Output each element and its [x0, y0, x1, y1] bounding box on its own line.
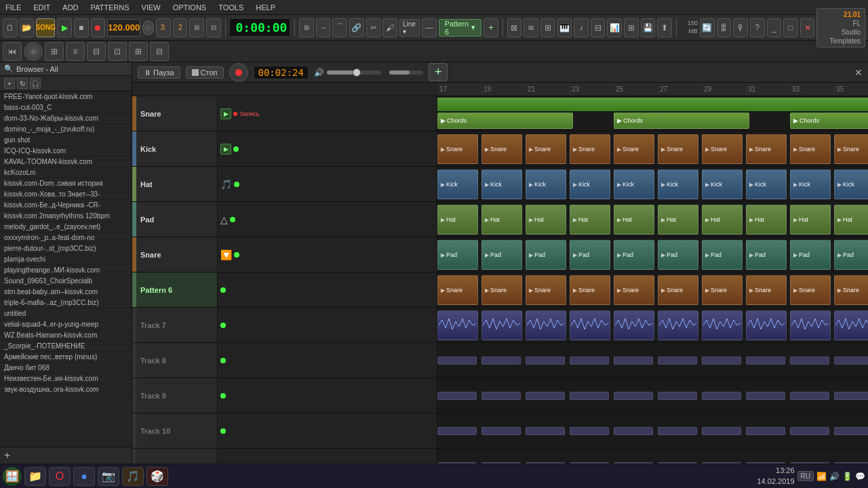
track8-clip-6[interactable] [702, 357, 741, 365]
track9-clip-9[interactable] [834, 392, 868, 400]
record-button[interactable]: ⏺ [91, 18, 106, 37]
track10-clip-1[interactable] [481, 427, 521, 435]
track9-clip-2[interactable] [526, 392, 565, 400]
stop-button[interactable]: ■ [74, 18, 89, 37]
tb2-btn5[interactable]: ⊞ [129, 42, 148, 61]
tb2-btn4[interactable]: ⊡ [108, 42, 127, 61]
snare-clip-7[interactable]: ▶Snare [746, 134, 787, 164]
kick-play-btn[interactable]: ▶ [220, 144, 231, 155]
pad-clip-0[interactable]: ▶Pad [437, 240, 478, 270]
taskbar-opera[interactable]: O [49, 467, 71, 486]
paint-btn[interactable]: 🖌 [382, 18, 397, 37]
sidebar-item-1[interactable]: bass-cut-003_C [0, 102, 132, 113]
track8-clip-8[interactable] [790, 357, 829, 365]
pad-clip-7[interactable]: ▶Pad [746, 240, 787, 270]
sidebar-item-17[interactable]: Sound_09663_ChoirSpecialb [0, 276, 132, 287]
track7-clip-2[interactable] [526, 310, 566, 340]
scissors-btn[interactable]: ✂ [366, 18, 381, 37]
volume-slider[interactable] [327, 70, 381, 75]
mic-btn[interactable]: 🎙 [733, 18, 748, 37]
hat-clip-2[interactable]: ▶Hat [526, 205, 566, 235]
track8-clip-9[interactable] [834, 357, 868, 365]
pad-clip-4[interactable]: ▶Pad [614, 240, 654, 270]
tb2-btn3[interactable]: ⊟ [87, 42, 106, 61]
track9-clip-0[interactable] [437, 392, 477, 400]
snare3-clip-1[interactable]: ▶Snare [481, 275, 522, 305]
menu-help[interactable]: HELP [253, 2, 278, 13]
new-button[interactable]: 🗋 [3, 18, 18, 37]
export-btn[interactable]: ⬆ [657, 18, 672, 37]
track7-clip-8[interactable] [790, 310, 831, 340]
snare-clip-2[interactable]: ▶Snare [526, 134, 566, 164]
browser-add[interactable]: + [4, 78, 15, 89]
track7-clip-6[interactable] [702, 310, 743, 340]
track7-clip-9[interactable] [834, 310, 868, 340]
hat-clip-5[interactable]: ▶Hat [658, 205, 698, 235]
pause-button[interactable]: ⏸ Пауза [138, 66, 180, 79]
hat-clip-8[interactable]: ▶Hat [790, 205, 831, 235]
track8-clip-7[interactable] [746, 357, 785, 365]
track9-clip-3[interactable] [570, 392, 609, 400]
track10-clip-0[interactable] [437, 427, 477, 435]
track10-clip-9[interactable] [834, 427, 868, 435]
song-mode-button[interactable]: SONG [36, 18, 55, 37]
snare-clip-3[interactable]: ▶Snare [570, 134, 610, 164]
track8-clip-2[interactable] [526, 357, 565, 365]
track10-clip-7[interactable] [746, 427, 785, 435]
play-button[interactable]: ▶ [57, 18, 72, 37]
notification-icon[interactable]: 💬 [855, 472, 865, 481]
sidebar-item-26[interactable]: Неизвестен-Бе..ия-kissvk.com [0, 373, 132, 384]
sidebar-item-27[interactable]: звук-воздушна..ora-kissvk.com [0, 384, 132, 395]
snap-btn[interactable]: ⊞ [299, 18, 314, 37]
menu-view[interactable]: VIEW [139, 2, 163, 13]
sidebar-item-15[interactable]: plamja-svechi [0, 254, 132, 265]
sidebar-item-16[interactable]: playingtheange..МИ-kissvk.com [0, 265, 132, 276]
track-green-btn-1[interactable]: ▶ [220, 108, 231, 119]
start-button[interactable]: 🪟 [3, 467, 22, 486]
kick-clip-5[interactable]: ▶Kick [658, 169, 698, 199]
piano-btn[interactable]: 🎹 [557, 18, 572, 37]
max-btn[interactable]: □ [783, 18, 798, 37]
mixer-btn[interactable]: ⊞ [189, 18, 204, 37]
hat-clip-7[interactable]: ▶Hat [746, 205, 787, 235]
track8-clip-3[interactable] [570, 357, 609, 365]
taskbar-chrome[interactable]: ● [73, 467, 95, 486]
snare3-clip-7[interactable]: ▶Snare [746, 275, 787, 305]
sidebar-item-0[interactable]: FREE-Yanot-quot-kissvk.com [0, 92, 132, 102]
sidebar-item-14[interactable]: pierre-dutour-..st_(mp3CC.biz) [0, 243, 132, 254]
taskbar-app6[interactable]: 🎲 [146, 467, 168, 486]
tb2-btn1[interactable]: ⊞ [45, 42, 64, 61]
chords-big-bar[interactable] [437, 98, 868, 111]
prev-btn[interactable]: ⏮ [3, 42, 22, 61]
pad-clip-6[interactable]: ▶Pad [702, 240, 743, 270]
sidebar-item-3[interactable]: domino_-_moja_-_(zvukoff.ru) [0, 124, 132, 135]
chords-clip-1[interactable]: ▶Chords [614, 113, 749, 129]
step-btn2[interactable]: 2 [173, 18, 188, 37]
sidebar-item-13[interactable]: oxxxymiron-_p..a-feat-dom-no [0, 232, 132, 243]
line-btn2[interactable]: — [422, 18, 437, 37]
sidebar-item-24[interactable]: Армейские пес..ветер (minus) [0, 352, 132, 363]
snare3-clip-0[interactable]: ▶Snare [437, 275, 478, 305]
taskbar-app4[interactable]: 📷 [98, 467, 119, 486]
track10-clip-6[interactable] [702, 427, 741, 435]
sidebar-item-25[interactable]: Данчо бит 068 [0, 363, 132, 373]
taskbar-files[interactable]: 📁 [24, 467, 46, 486]
sidebar-item-21[interactable]: velial-squad-4..er-p-yung-meep [0, 319, 132, 330]
track7-clip-5[interactable] [658, 310, 698, 340]
kick-clip-9[interactable]: ▶Kick [834, 169, 868, 199]
arp-btn[interactable]: ♪ [574, 18, 589, 37]
track8-clip-1[interactable] [481, 357, 521, 365]
kick-clip-1[interactable]: ▶Kick [481, 169, 522, 199]
stamp-btn[interactable]: ⊞ [624, 18, 639, 37]
snare3-clip-6[interactable]: ▶Snare [702, 275, 743, 305]
kick-clip-4[interactable]: ▶Kick [614, 169, 654, 199]
snare-clip-0[interactable]: ▶Snare [437, 134, 478, 164]
track7-clip-1[interactable] [481, 310, 522, 340]
kick-clip-0[interactable]: ▶Kick [437, 169, 478, 199]
sidebar-item-12[interactable]: melody_gardot_..е_(zaycev.net) [0, 222, 132, 232]
track9-clip-1[interactable] [481, 392, 521, 400]
sidebar-item-4[interactable]: gun shot [0, 135, 132, 146]
open-button[interactable]: 📂 [20, 18, 35, 37]
snare3-clip-4[interactable]: ▶Snare [614, 275, 654, 305]
sidebar-item-18[interactable]: strn.beat-baby..am--kissvk.com [0, 287, 132, 298]
